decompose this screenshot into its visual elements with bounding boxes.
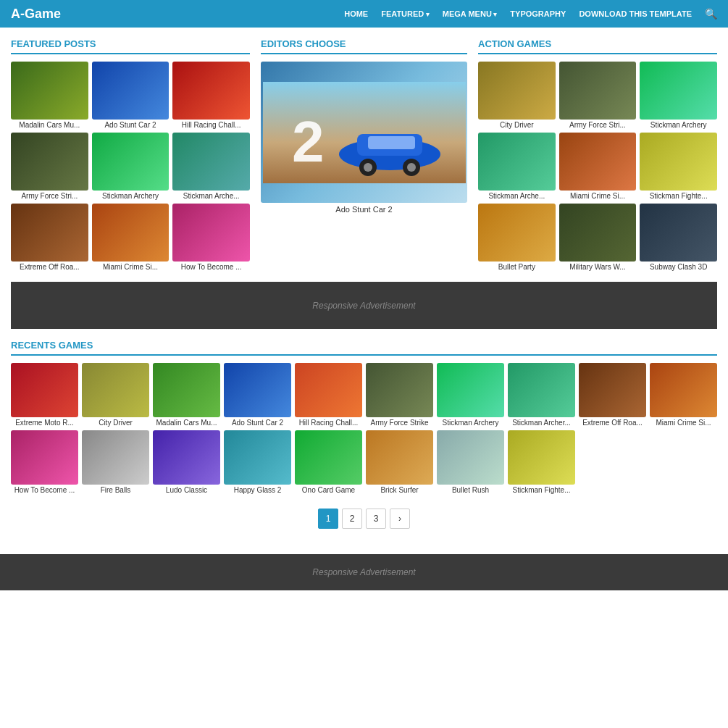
action-game-5[interactable]: Miami Crime Si... <box>559 133 637 200</box>
recent-label-16: Brick Surfer <box>366 486 433 494</box>
recent-game-18[interactable]: Stickman Fighte... <box>508 430 575 494</box>
recent-game-9[interactable]: Extreme Off Roa... <box>579 363 646 427</box>
nav-home[interactable]: HOME <box>344 9 368 18</box>
logo[interactable]: A-Game <box>11 7 61 22</box>
featured-game-7[interactable]: Extreme Off Roa... <box>11 204 88 271</box>
recent-thumb-6 <box>366 363 433 417</box>
recent-game-6[interactable]: Army Force Strike <box>366 363 433 427</box>
action-thumb-5 <box>559 133 637 191</box>
page-btn-next[interactable]: › <box>390 509 410 529</box>
featured-thumb-3 <box>172 62 250 120</box>
recent-label-17: Bullet Rush <box>437 486 504 494</box>
recent-thumb-14 <box>224 430 291 485</box>
recent-label-15: Ono Card Game <box>295 486 362 494</box>
recent-label-2: City Driver <box>82 419 149 427</box>
featured-section: FEATURED POSTS Madalin Cars Mu... Ado St… <box>11 38 250 271</box>
ad-text-1: Responsive Advertisement <box>312 301 415 311</box>
featured-game-3[interactable]: Hill Racing Chall... <box>172 62 250 129</box>
recent-thumb-10 <box>650 363 717 417</box>
featured-label-8: Miami Crime Si... <box>92 263 170 271</box>
recent-game-17[interactable]: Bullet Rush <box>437 430 504 494</box>
svg-point-7 <box>407 163 416 172</box>
action-game-6[interactable]: Stickman Fighte... <box>640 133 717 200</box>
recent-thumb-13 <box>153 430 220 485</box>
nav-download[interactable]: DOWNLOAD THIS TEMPLATE <box>579 9 692 18</box>
action-label-8: Military Wars W... <box>559 263 637 271</box>
action-game-3[interactable]: Stickman Archery <box>640 62 717 129</box>
recent-thumb-17 <box>437 430 504 485</box>
recent-game-10[interactable]: Miami Crime Si... <box>650 363 717 427</box>
recent-game-4[interactable]: Ado Stunt Car 2 <box>224 363 291 427</box>
page-btn-2[interactable]: 2 <box>342 509 362 529</box>
nav-typography[interactable]: TYPOGRAPHY <box>510 9 566 18</box>
featured-thumb-9 <box>172 204 250 262</box>
editors-title: EDITORS CHOOSE <box>261 38 467 54</box>
action-game-9[interactable]: Subway Clash 3D <box>640 204 717 271</box>
editors-section: EDITORS CHOOSE 2 <box>261 38 467 271</box>
featured-label-2: Ado Stunt Car 2 <box>92 121 170 129</box>
recents-section: RECENTS GAMES Extreme Moto R... City Dri… <box>11 340 717 529</box>
footer-ad-text: Responsive Advertisement <box>312 567 415 577</box>
recent-label-18: Stickman Fighte... <box>508 486 575 494</box>
recent-game-3[interactable]: Madalin Cars Mu... <box>153 363 220 427</box>
action-thumb-8 <box>559 204 637 262</box>
recents-row-1: Extreme Moto R... City Driver Madalin Ca… <box>11 363 717 427</box>
recent-game-5[interactable]: Hill Racing Chall... <box>295 363 362 427</box>
nav-mega-menu[interactable]: MEGA MENU <box>443 9 498 18</box>
recent-game-7[interactable]: Stickman Archery <box>437 363 504 427</box>
recent-game-12[interactable]: Fire Balls <box>82 430 149 494</box>
action-grid: City Driver Army Force Stri... Stickman … <box>478 62 717 271</box>
action-label-3: Stickman Archery <box>640 121 717 129</box>
recent-thumb-9 <box>579 363 646 417</box>
featured-label-7: Extreme Off Roa... <box>11 263 88 271</box>
recent-thumb-8 <box>508 363 575 417</box>
recent-thumb-11 <box>11 430 78 485</box>
recent-game-16[interactable]: Brick Surfer <box>366 430 433 494</box>
editors-car-svg: 2 <box>263 82 466 183</box>
search-icon[interactable]: 🔍 <box>705 8 717 20</box>
featured-thumb-1 <box>11 62 88 120</box>
recent-label-4: Ado Stunt Car 2 <box>224 419 291 427</box>
featured-thumb-5 <box>92 133 170 191</box>
recent-thumb-7 <box>437 363 504 417</box>
svg-rect-8 <box>368 136 415 149</box>
action-thumb-2 <box>559 62 637 120</box>
action-label-5: Miami Crime Si... <box>559 192 637 200</box>
action-game-1[interactable]: City Driver <box>478 62 556 129</box>
recent-label-1: Extreme Moto R... <box>11 419 78 427</box>
svg-point-5 <box>364 163 372 172</box>
action-game-8[interactable]: Military Wars W... <box>559 204 637 271</box>
recent-game-1[interactable]: Extreme Moto R... <box>11 363 78 427</box>
featured-game-5[interactable]: Stickman Archery <box>92 133 170 200</box>
recent-game-15[interactable]: Ono Card Game <box>295 430 362 494</box>
featured-game-9[interactable]: How To Become ... <box>172 204 250 271</box>
featured-thumb-6 <box>172 133 250 191</box>
recent-game-2[interactable]: City Driver <box>82 363 149 427</box>
recent-thumb-16 <box>366 430 433 485</box>
recent-game-13[interactable]: Ludo Classic <box>153 430 220 494</box>
nav-featured[interactable]: FEATURED <box>381 9 430 18</box>
action-game-7[interactable]: Bullet Party <box>478 204 556 271</box>
featured-game-8[interactable]: Miami Crime Si... <box>92 204 170 271</box>
action-game-2[interactable]: Army Force Stri... <box>559 62 637 129</box>
action-game-4[interactable]: Stickman Arche... <box>478 133 556 200</box>
recent-game-11[interactable]: How To Become ... <box>11 430 78 494</box>
editors-main-label: Ado Stunt Car 2 <box>261 205 467 214</box>
editors-main-thumb[interactable]: 2 <box>261 62 467 203</box>
featured-thumb-4 <box>11 133 88 191</box>
action-label-4: Stickman Arche... <box>478 192 556 200</box>
featured-game-2[interactable]: Ado Stunt Car 2 <box>92 62 170 129</box>
featured-label-9: How To Become ... <box>172 263 250 271</box>
featured-game-4[interactable]: Army Force Stri... <box>11 133 88 200</box>
featured-game-6[interactable]: Stickman Arche... <box>172 133 250 200</box>
action-thumb-3 <box>640 62 717 120</box>
recent-label-13: Ludo Classic <box>153 486 220 494</box>
recent-thumb-2 <box>82 363 149 417</box>
featured-game-1[interactable]: Madalin Cars Mu... <box>11 62 88 129</box>
recent-game-14[interactable]: Happy Glass 2 <box>224 430 291 494</box>
recent-game-8[interactable]: Stickman Archer... <box>508 363 575 427</box>
page-btn-3[interactable]: 3 <box>366 509 386 529</box>
page-btn-1[interactable]: 1 <box>318 509 338 529</box>
recent-thumb-12 <box>82 430 149 485</box>
recent-label-8: Stickman Archer... <box>508 419 575 427</box>
